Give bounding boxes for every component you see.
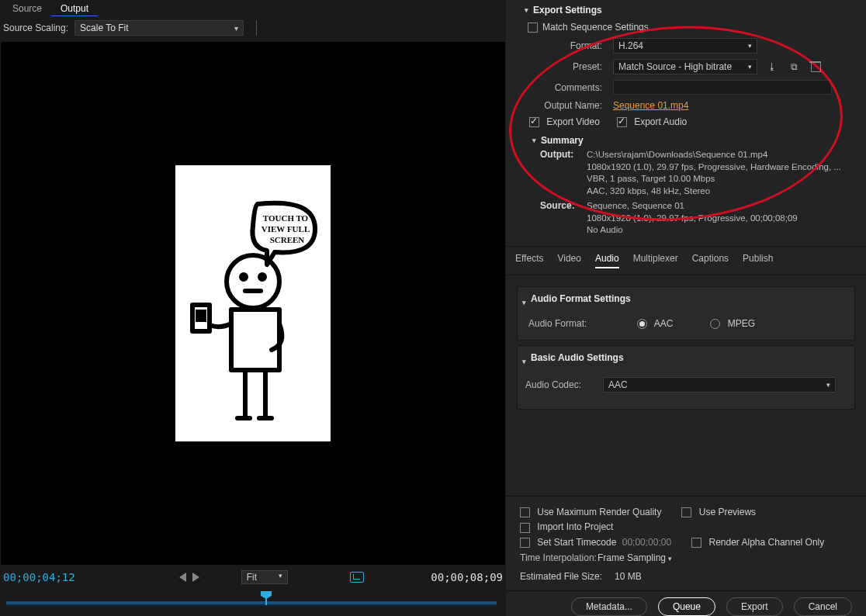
preview-panel: Source Output Source Scaling: Scale To F… [0, 0, 506, 616]
svg-point-1 [241, 275, 246, 279]
preview-frame: TOUCH TO VIEW FULL SCREEN [175, 165, 331, 441]
est-size-value: 10 MB [615, 571, 642, 582]
chevron-down-icon: ▾ [234, 24, 238, 33]
transport-bar: 00;00;04;12 Fit ▾ 00;00;08;09 [0, 565, 506, 616]
set-start-tc-label: Set Start Timecode [537, 537, 616, 548]
svg-text:VIEW FULL: VIEW FULL [262, 224, 310, 234]
audio-codec-dropdown[interactable]: AAC ▾ [603, 377, 836, 393]
export-audio-checkbox[interactable] [617, 117, 627, 127]
summary-output-label: Output: [540, 149, 587, 197]
chevron-down-icon: ▾ [748, 63, 752, 71]
use-previews-label: Use Previews [699, 507, 756, 517]
preset-value: Match Source - High bitrate [618, 61, 732, 72]
svg-rect-4 [231, 310, 279, 370]
summary-output-value: C:\Users\rajam\Downloads\Sequence 01.mp4… [587, 149, 841, 197]
format-value: H.264 [618, 40, 643, 51]
max-render-checkbox[interactable] [520, 507, 530, 517]
chevron-down-icon: ▾ [279, 572, 282, 583]
source-scaling-dropdown[interactable]: Scale To Fit ▾ [74, 20, 244, 36]
twisty-icon[interactable]: ▾ [525, 6, 528, 14]
playhead[interactable] [261, 591, 272, 602]
audio-codec-label: Audio Codec: [525, 379, 592, 390]
export-settings-title: Export Settings [533, 5, 602, 16]
twisty-icon[interactable]: ▾ [522, 299, 526, 306]
match-sequence-label: Match Sequence Settings [542, 22, 649, 33]
cancel-button[interactable]: Cancel [794, 597, 852, 616]
summary-title: Summary [541, 135, 584, 146]
save-preset-icon[interactable]: ⭳ [765, 60, 779, 74]
time-interp-value: Frame Sampling [598, 552, 666, 563]
settings-tabbar: Effects Video Audio Multiplexer Captions… [506, 247, 866, 275]
format-label: Format: [525, 40, 602, 51]
basic-audio-title: Basic Audio Settings [531, 352, 624, 363]
preview-viewport[interactable]: TOUCH TO VIEW FULL SCREEN [1, 42, 505, 565]
source-scaling-value: Scale To Fit [80, 22, 128, 33]
match-sequence-checkbox[interactable] [528, 22, 538, 33]
tab-video[interactable]: Video [557, 253, 580, 268]
twisty-icon[interactable]: ▾ [522, 358, 526, 365]
source-range-icon[interactable] [350, 572, 364, 583]
render-alpha-label: Render Alpha Channel Only [708, 537, 824, 548]
chevron-down-icon: ▾ [668, 555, 672, 562]
summary-source-label: Source: [540, 200, 587, 237]
comments-input[interactable] [613, 80, 832, 95]
summary-source-value: Sequence, Sequence 01 1080x1920 (1.0), 2… [587, 200, 798, 237]
export-settings-panel: ▾ Export Settings Match Sequence Setting… [506, 0, 866, 247]
step-back-button[interactable] [179, 573, 186, 582]
duration-timecode: 00;00;08;09 [431, 571, 503, 583]
bottom-options: Use Maximum Render Quality Use Previews … [506, 496, 866, 590]
delete-preset-icon[interactable] [809, 60, 823, 74]
output-name-link[interactable]: Sequence 01.mp4 [613, 100, 688, 111]
export-video-checkbox[interactable] [529, 117, 539, 127]
export-button[interactable]: Export [726, 597, 783, 616]
max-render-label: Use Maximum Render Quality [537, 507, 661, 517]
queue-button[interactable]: Queue [658, 597, 715, 616]
start-tc-value[interactable]: 00;00;00;00 [622, 537, 671, 548]
tab-effects[interactable]: Effects [515, 253, 543, 268]
current-timecode[interactable]: 00;00;04;12 [3, 571, 75, 583]
audio-format-settings-panel: ▾ Audio Format Settings Audio Format: AA… [517, 286, 855, 341]
svg-rect-10 [196, 310, 206, 322]
time-interp-dropdown[interactable]: Frame Sampling ▾ [598, 552, 753, 563]
audio-format-label: Audio Format: [528, 318, 600, 329]
audio-format-title: Audio Format Settings [531, 293, 631, 304]
metadata-button[interactable]: Metadata... [571, 597, 647, 616]
divider [256, 20, 257, 36]
footer-buttons: Metadata... Queue Export Cancel [506, 590, 866, 616]
render-alpha-checkbox[interactable] [691, 538, 701, 548]
comments-label: Comments: [525, 82, 602, 93]
source-output-tabs: Source Output [0, 0, 506, 17]
svg-text:TOUCH TO: TOUCH TO [263, 213, 309, 223]
audio-format-aac-label: AAC [654, 318, 674, 329]
import-project-label: Import Into Project [537, 521, 613, 532]
use-previews-checkbox[interactable] [681, 507, 691, 517]
tab-captions[interactable]: Captions [692, 253, 729, 268]
basic-audio-settings-panel: ▾ Basic Audio Settings Audio Codec: AAC … [517, 345, 855, 410]
export-audio-label: Export Audio [634, 116, 687, 127]
format-dropdown[interactable]: H.264 ▾ [613, 38, 757, 54]
tab-publish[interactable]: Publish [743, 253, 773, 268]
audio-format-mpeg-radio[interactable] [710, 319, 720, 329]
twisty-icon[interactable]: ▾ [532, 137, 536, 144]
zoom-fit-value: Fit [247, 572, 257, 583]
audio-format-aac-radio[interactable] [637, 319, 647, 329]
svg-text:SCREEN: SCREEN [270, 235, 305, 244]
svg-point-2 [260, 275, 265, 279]
time-interp-label: Time Interpolation: [520, 552, 598, 563]
source-scaling-label: Source Scaling: [3, 22, 68, 33]
timeline[interactable] [3, 596, 503, 610]
import-project-checkbox[interactable] [520, 523, 530, 533]
tab-source[interactable]: Source [3, 2, 51, 16]
tab-multiplexer[interactable]: Multiplexer [633, 253, 678, 268]
export-video-label: Export Video [546, 116, 600, 127]
tab-audio[interactable]: Audio [595, 253, 619, 268]
zoom-fit-dropdown[interactable]: Fit ▾ [241, 570, 288, 584]
step-forward-button[interactable] [192, 573, 199, 582]
audio-format-mpeg-label: MPEG [728, 318, 755, 329]
preset-dropdown[interactable]: Match Source - High bitrate ▾ [613, 59, 757, 74]
tab-output[interactable]: Output [51, 2, 98, 16]
set-start-tc-checkbox[interactable] [520, 538, 530, 548]
import-preset-icon[interactable]: ⧉ [787, 60, 801, 74]
audio-codec-value: AAC [608, 379, 628, 390]
chevron-down-icon: ▾ [748, 42, 752, 50]
